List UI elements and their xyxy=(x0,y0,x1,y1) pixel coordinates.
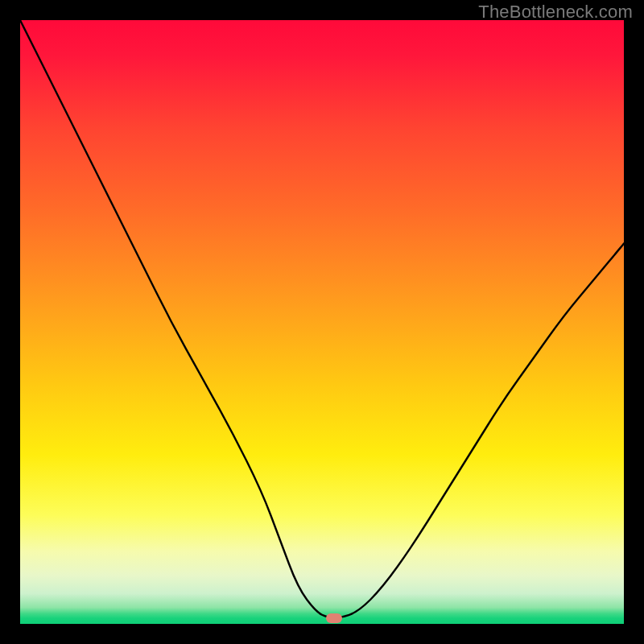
bottleneck-curve-path xyxy=(20,20,624,618)
plot-area xyxy=(20,20,624,624)
watermark-text: TheBottleneck.com xyxy=(478,2,633,23)
optimum-marker xyxy=(326,613,342,623)
bottleneck-curve-svg xyxy=(20,20,624,624)
chart-frame: TheBottleneck.com xyxy=(0,0,644,644)
